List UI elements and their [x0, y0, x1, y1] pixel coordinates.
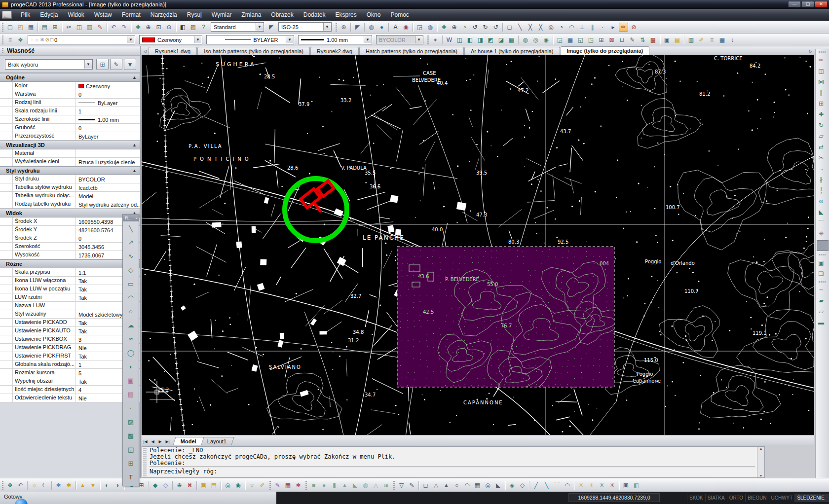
dim-style-combo[interactable]: ISO-25 ▼ — [278, 22, 332, 32]
spell-check-icon[interactable]: A — [391, 23, 400, 32]
light-distant-icon[interactable]: ✳ — [607, 481, 617, 490]
property-row[interactable]: Ikona LUW włączonaTak — [0, 277, 140, 285]
snap-tangent-icon[interactable]: ◠ — [567, 23, 576, 32]
mirror-icon[interactable]: ⋈ — [816, 77, 827, 87]
block-editor-icon[interactable]: ▣ — [662, 36, 672, 44]
property-row[interactable]: Odzwierciedlenie tekstuNie — [0, 394, 140, 402]
chevron-down-icon[interactable]: ▼ — [194, 36, 201, 43]
download-icon[interactable]: ↓ — [728, 36, 737, 44]
scroll-down-icon[interactable]: ▼ — [759, 474, 763, 477]
xref-clip-icon[interactable]: ◱ — [576, 36, 585, 44]
property-row[interactable]: Ustawienie PICKFIRSTTak — [0, 352, 140, 360]
freeze-icon[interactable]: ✱ — [40, 37, 44, 42]
property-value[interactable]: ByLayer — [76, 132, 140, 140]
etransmit-icon[interactable]: ◲ — [415, 23, 424, 32]
multiline-icon[interactable]: ╌ — [816, 285, 827, 295]
circle-iso-left-icon[interactable]: ◎ — [531, 36, 540, 44]
command-grip[interactable] — [143, 448, 147, 476]
purge-icon[interactable]: ✐ — [697, 36, 706, 44]
property-value[interactable]: ByLayer — [76, 99, 140, 107]
extend-icon[interactable]: → — [816, 164, 827, 174]
scroll-up-icon[interactable]: ▲ — [759, 447, 763, 450]
property-row[interactable]: Ikona LUW w początkuTak — [0, 285, 140, 293]
solid-sphere-icon[interactable]: ● — [319, 481, 329, 490]
property-row[interactable]: Wyświetlanie cieniRzuca i uzyskuje cieni… — [0, 158, 140, 166]
section-różne[interactable]: Różne▲ — [0, 259, 140, 268]
image-detach-icon[interactable]: ⊠ — [607, 36, 616, 44]
chevron-down-icon[interactable]: ▼ — [323, 23, 331, 31]
render-settings-icon[interactable]: ▣ — [621, 481, 631, 490]
close-button[interactable]: ✕ — [815, 1, 828, 7]
property-row[interactable]: Skala przypisu1:1 — [0, 268, 140, 277]
toggle-skok[interactable]: SKOK — [687, 494, 705, 502]
light-new-icon[interactable]: ✳ — [576, 481, 586, 490]
solid-wedge-icon[interactable]: ◣ — [350, 481, 360, 490]
mesh-dome-icon[interactable]: ◠ — [462, 481, 472, 490]
property-row[interactable]: Grubość0 — [0, 124, 140, 132]
layer-walk-icon[interactable]: ◆ — [151, 481, 160, 490]
menu-okno[interactable]: Okno — [362, 9, 386, 21]
property-row[interactable]: Ilość miejsc dziesiętnych4 — [0, 386, 140, 394]
image-quality-icon[interactable]: ⊔ — [617, 36, 627, 44]
help-icon[interactable]: ? — [199, 23, 208, 32]
mesh-wedge-icon[interactable]: ◣ — [493, 481, 503, 490]
minimize-button[interactable]: — — [788, 1, 801, 7]
toggle-biegun[interactable]: BIEGUN — [745, 494, 768, 502]
doc-tab[interactable]: Image (tylko do przeglądania) — [561, 46, 650, 55]
menu-narzędzia[interactable]: Narzędzia — [146, 9, 182, 21]
circle-iso-right-icon[interactable]: ◉ — [541, 36, 551, 44]
selection-filter-button[interactable]: ▼ — [124, 59, 136, 70]
layer-turn-all-on-icon[interactable]: ☼ — [247, 481, 257, 490]
region-icon[interactable]: ◱ — [123, 442, 139, 456]
scale-icon[interactable]: ▱ — [816, 131, 827, 141]
block-attributes-icon[interactable]: ▤ — [673, 36, 682, 44]
snap-perpendicular-icon[interactable]: ⊥ — [577, 23, 587, 32]
new-file-icon[interactable]: ▢ — [5, 23, 15, 32]
text-style-combo[interactable]: Standard ▼ — [211, 22, 264, 32]
property-row[interactable]: KolorCzerwony — [0, 82, 140, 90]
move-icon[interactable]: ✚ — [816, 109, 827, 119]
sun-icon[interactable]: ☼ — [35, 37, 39, 42]
menu-wymiar[interactable]: Wymiar — [207, 9, 237, 21]
open-file-icon[interactable]: ◰ — [16, 23, 25, 32]
snap-midpoint-icon[interactable]: ╳ — [526, 23, 535, 32]
ucs-icon[interactable]: ⌖ — [431, 36, 440, 44]
snap-center-icon[interactable]: ◎ — [546, 23, 556, 32]
menu-edycja[interactable]: Edycja — [35, 9, 63, 21]
break-icon[interactable]: ∦ — [816, 175, 827, 184]
polyline-icon[interactable]: ∿ — [123, 249, 139, 263]
revision-cloud-icon[interactable]: ☁ — [123, 318, 139, 332]
layer-delete-icon[interactable]: ✖ — [185, 481, 194, 490]
layer-state-save-icon[interactable]: ▣ — [199, 481, 208, 490]
property-row[interactable]: Ustawienie PICKBOX3 — [0, 335, 140, 344]
polygon-icon[interactable]: ◇ — [123, 263, 139, 277]
chevron-down-icon[interactable]: ▼ — [127, 36, 134, 43]
property-value[interactable]: Styl wydruku zależny od... — [76, 200, 140, 208]
line-icon[interactable]: ╲ — [123, 221, 139, 235]
property-value[interactable]: Model — [76, 192, 140, 200]
print-preview-icon[interactable]: ⊞ — [50, 23, 60, 32]
layer-explore-icon[interactable]: ❖ — [16, 36, 25, 44]
maximize-button[interactable]: ▢ — [801, 1, 814, 7]
copy-icon[interactable]: ◫ — [816, 66, 827, 76]
property-row[interactable]: Skala rodzaju linii1 — [0, 107, 140, 115]
rotate-x-icon[interactable]: ↺ — [470, 23, 480, 32]
property-value[interactable]: 0 — [76, 124, 140, 132]
menu-format[interactable]: Format — [117, 9, 146, 21]
print-icon[interactable]: ▤ — [40, 23, 49, 32]
solid-cone-icon[interactable]: ▲ — [340, 481, 349, 490]
property-value[interactable]: 1 — [76, 107, 140, 115]
menu-rysuj[interactable]: Rysuj — [182, 9, 207, 21]
render-view-icon[interactable]: ◧ — [632, 481, 641, 490]
map-canvas[interactable]: SUGHERACASEBELVEDEREC. TORRICE28.533.237… — [142, 55, 814, 435]
first-tab-icon[interactable]: |◀ — [142, 438, 149, 445]
light-spot-icon[interactable]: ✳ — [587, 481, 596, 490]
layer-off-icon[interactable]: ☾ — [40, 481, 49, 490]
extract-edges-icon[interactable]: ❏ — [816, 269, 827, 279]
layer-lock-fade-icon[interactable]: ◎ — [223, 481, 232, 490]
layer-thaw-icon[interactable]: ✱ — [64, 481, 74, 490]
revolved-surface-icon[interactable]: ◠ — [563, 481, 572, 490]
zoom-in-icon[interactable]: ⊕ — [450, 23, 459, 32]
layer-lock-icon[interactable]: ▲ — [78, 481, 87, 490]
spline-icon[interactable]: ≈ — [123, 332, 139, 346]
